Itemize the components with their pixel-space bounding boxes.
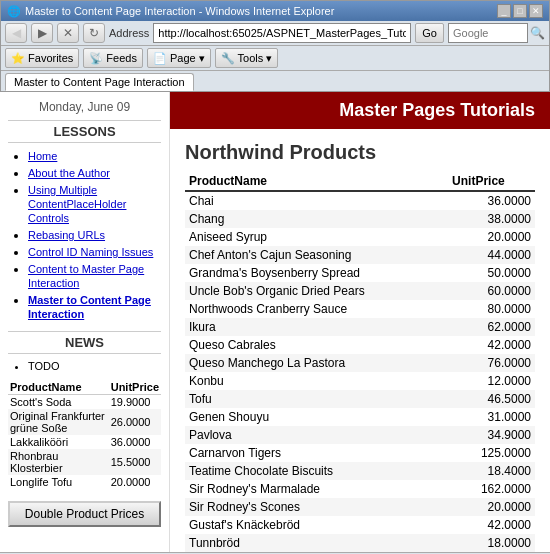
product-table-row: Sir Rodney's Marmalade162.0000 bbox=[185, 480, 535, 498]
sidebar-table-row: Original Frankfurter grüne Soße26.0000 bbox=[8, 409, 161, 435]
product-table-row: Queso Manchego La Pastora76.0000 bbox=[185, 354, 535, 372]
back-button[interactable]: ◀ bbox=[5, 23, 27, 43]
product-price: 42.0000 bbox=[448, 336, 535, 354]
col-unitprice: UnitPrice bbox=[448, 172, 535, 191]
nav-link-home[interactable]: Home bbox=[28, 150, 57, 162]
window-title: Master to Content Page Interaction - Win… bbox=[25, 5, 334, 17]
product-price: 60.0000 bbox=[448, 282, 535, 300]
nav-link-rebasing[interactable]: Rebasing URLs bbox=[28, 229, 105, 241]
nav-toolbar: ◀ ▶ ✕ ↻ Address Go 🔍 bbox=[1, 21, 549, 46]
product-price: 31.0000 bbox=[448, 408, 535, 426]
nav-link-master-to-content[interactable]: Master to Content Page Interaction bbox=[28, 294, 151, 320]
nav-link-content-to-master[interactable]: Content to Master Page Interaction bbox=[28, 263, 144, 289]
product-name: Sir Rodney's Scones bbox=[185, 498, 448, 516]
product-table-row: Aniseed Syrup20.0000 bbox=[185, 228, 535, 246]
product-table-row: Chang38.0000 bbox=[185, 210, 535, 228]
title-bar: 🌐 Master to Content Page Interaction - W… bbox=[1, 1, 549, 21]
sidebar-product-price: 36.0000 bbox=[109, 435, 161, 449]
product-name: Tunnbröd bbox=[185, 534, 448, 552]
product-name: Gustaf's Knäckebröd bbox=[185, 516, 448, 534]
favorites-button[interactable]: ⭐ Favorites bbox=[5, 48, 79, 68]
product-name: Genen Shouyu bbox=[185, 408, 448, 426]
sidebar-col-productname: ProductName bbox=[8, 380, 109, 395]
sidebar-product-price: 19.9000 bbox=[109, 395, 161, 410]
product-table-row: Genen Shouyu31.0000 bbox=[185, 408, 535, 426]
sidebar-product-name: Longlife Tofu bbox=[8, 475, 109, 489]
product-table-row: Carnarvon Tigers125.0000 bbox=[185, 444, 535, 462]
search-input[interactable] bbox=[448, 23, 528, 43]
product-price: 162.0000 bbox=[448, 480, 535, 498]
nav-link-control-id[interactable]: Control ID Naming Issues bbox=[28, 246, 153, 258]
col-productname: ProductName bbox=[185, 172, 448, 191]
product-table-row: Pavlova34.9000 bbox=[185, 426, 535, 444]
sidebar-table-row: Lakkalikööri36.0000 bbox=[8, 435, 161, 449]
sidebar-product-price: 20.0000 bbox=[109, 475, 161, 489]
nav-link-author[interactable]: About the Author bbox=[28, 167, 110, 179]
browser-content: Monday, June 09 LESSONS Home About the A… bbox=[0, 92, 550, 552]
active-tab[interactable]: Master to Content Page Interaction bbox=[5, 73, 194, 91]
sidebar-table-row: Rhonbrau Klosterbier15.5000 bbox=[8, 449, 161, 475]
product-name: Northwoods Cranberry Sauce bbox=[185, 300, 448, 318]
product-name: Carnarvon Tigers bbox=[185, 444, 448, 462]
page-button[interactable]: 📄 Page ▾ bbox=[147, 48, 211, 68]
product-name: Teatime Chocolate Biscuits bbox=[185, 462, 448, 480]
main-header: Master Pages Tutorials bbox=[170, 92, 550, 129]
product-table-row: Tofu46.5000 bbox=[185, 390, 535, 408]
go-button[interactable]: Go bbox=[415, 23, 444, 43]
product-price: 42.0000 bbox=[448, 516, 535, 534]
product-name: Tofu bbox=[185, 390, 448, 408]
sidebar-product-table: ProductName UnitPrice Scott's Soda19.900… bbox=[8, 380, 161, 489]
tools-button[interactable]: 🔧 Tools ▾ bbox=[215, 48, 279, 68]
product-price: 38.0000 bbox=[448, 210, 535, 228]
search-icon[interactable]: 🔍 bbox=[530, 26, 545, 40]
product-price: 76.0000 bbox=[448, 354, 535, 372]
address-bar: Address bbox=[109, 23, 411, 43]
tab-bar: Master to Content Page Interaction bbox=[1, 71, 549, 91]
product-price: 46.5000 bbox=[448, 390, 535, 408]
product-table-row: Uncle Bob's Organic Dried Pears60.0000 bbox=[185, 282, 535, 300]
sidebar-product-name: Rhonbrau Klosterbier bbox=[8, 449, 109, 475]
product-name: Chang bbox=[185, 210, 448, 228]
nav-item-content-to-master: Content to Master Page Interaction bbox=[28, 262, 161, 290]
product-name: Sir Rodney's Marmalade bbox=[185, 480, 448, 498]
minimize-button[interactable]: _ bbox=[497, 4, 511, 18]
stop-button[interactable]: ✕ bbox=[57, 23, 79, 43]
nav-item-author: About the Author bbox=[28, 166, 161, 180]
product-name: Queso Cabrales bbox=[185, 336, 448, 354]
sidebar-product-price: 26.0000 bbox=[109, 409, 161, 435]
sidebar-product-name: Original Frankfurter grüne Soße bbox=[8, 409, 109, 435]
product-table-row: Grandma's Boysenberry Spread50.0000 bbox=[185, 264, 535, 282]
double-product-prices-button[interactable]: Double Product Prices bbox=[8, 501, 161, 527]
product-name: Chai bbox=[185, 191, 448, 210]
date-display: Monday, June 09 bbox=[8, 100, 161, 114]
news-title: NEWS bbox=[8, 331, 161, 354]
feeds-button[interactable]: 📡 Feeds bbox=[83, 48, 143, 68]
sidebar-table-row: Longlife Tofu20.0000 bbox=[8, 475, 161, 489]
product-table-row: Sir Rodney's Scones20.0000 bbox=[185, 498, 535, 516]
product-name: Grandma's Boysenberry Spread bbox=[185, 264, 448, 282]
product-table-row: Gustaf's Knäckebröd42.0000 bbox=[185, 516, 535, 534]
maximize-button[interactable]: □ bbox=[513, 4, 527, 18]
product-price: 80.0000 bbox=[448, 300, 535, 318]
address-label: Address bbox=[109, 27, 149, 39]
close-button[interactable]: ✕ bbox=[529, 4, 543, 18]
sidebar-product-name: Scott's Soda bbox=[8, 395, 109, 410]
refresh-button[interactable]: ↻ bbox=[83, 23, 105, 43]
nav-link-multiple[interactable]: Using Multiple ContentPlaceHolder Contro… bbox=[28, 184, 126, 224]
product-table-row: Northwoods Cranberry Sauce80.0000 bbox=[185, 300, 535, 318]
product-table-row: Ikura62.0000 bbox=[185, 318, 535, 336]
product-name: Chef Anton's Cajun Seasoning bbox=[185, 246, 448, 264]
sidebar-col-unitprice: UnitPrice bbox=[109, 380, 161, 395]
forward-button[interactable]: ▶ bbox=[31, 23, 53, 43]
product-price: 34.9000 bbox=[448, 426, 535, 444]
sidebar-table-row: Scott's Soda19.9000 bbox=[8, 395, 161, 410]
product-table-row: Konbu12.0000 bbox=[185, 372, 535, 390]
product-name: Pavlova bbox=[185, 426, 448, 444]
product-price: 18.4000 bbox=[448, 462, 535, 480]
address-input[interactable] bbox=[153, 23, 411, 43]
product-name: Ikura bbox=[185, 318, 448, 336]
news-list: TODO bbox=[8, 360, 161, 372]
product-price: 36.0000 bbox=[448, 191, 535, 210]
product-table-row: Queso Cabrales42.0000 bbox=[185, 336, 535, 354]
product-name: Uncle Bob's Organic Dried Pears bbox=[185, 282, 448, 300]
